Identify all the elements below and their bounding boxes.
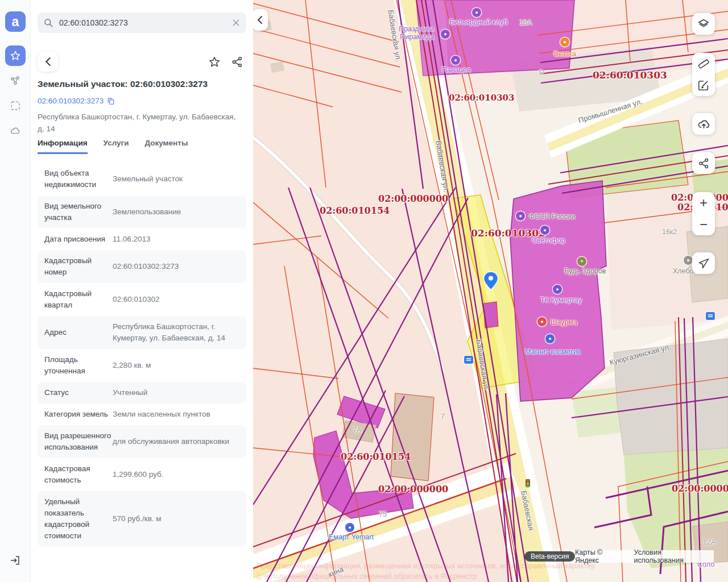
poi-label: Светофор: [532, 236, 565, 244]
pyramid-icon[interactable]: ●: [441, 30, 450, 39]
cadastral-quarter-label: 02:60:010154: [320, 205, 390, 216]
building-number-label: 75: [379, 510, 387, 518]
mall-bag-icon[interactable]: ●: [553, 285, 562, 294]
row-label: Кадастровая стоимость: [44, 463, 111, 486]
poi-label: Бильярдный клуб: [449, 18, 508, 26]
row-value: 11.06.2013: [111, 234, 239, 245]
layers-button[interactable]: [692, 13, 715, 35]
fssp-icon[interactable]: ●: [516, 211, 525, 221]
detail-tabs: Информация Услуги Документы: [38, 139, 188, 154]
poi-label: Праздники Пирамида: [394, 25, 434, 41]
row-value: 1,299,600 руб.: [111, 469, 239, 480]
table-row: Категория земельЗемли населенных пунктов: [38, 404, 246, 425]
attributes-table: Вид объекта недвижимостиЗемельный участо…: [38, 163, 246, 547]
app-logo[interactable]: a: [5, 11, 26, 32]
edit-pencil-icon: [697, 79, 710, 92]
collapse-panel-button[interactable]: [253, 9, 268, 31]
row-value: 570 руб./кв. м: [111, 513, 239, 525]
row-label: Вид земельного участка: [44, 201, 111, 223]
map-share-button[interactable]: [692, 152, 715, 174]
back-button[interactable]: [38, 51, 58, 72]
row-label: Адрес: [44, 327, 111, 338]
tab-services[interactable]: Услуги: [104, 139, 129, 154]
row-value: 2,280 кв. м: [111, 360, 239, 371]
ruler-icon: [697, 57, 710, 70]
yandex-maps-credit[interactable]: Карты © Яндекс: [575, 548, 626, 564]
row-label: Дата присвоения: [44, 234, 111, 245]
map-pin-icon: [483, 271, 499, 290]
disclaimer-watermark-line2: для получения официальных сведений обрат…: [257, 572, 477, 580]
row-label: Кадастровый номер: [44, 255, 111, 278]
cafe-icon[interactable]: ●: [560, 38, 569, 47]
building-number-label: 18А: [519, 19, 532, 27]
street-name-label: Промышленная ул.: [577, 97, 643, 125]
poi-label: Магнит косметик: [525, 348, 580, 356]
transit-stop-icon[interactable]: [464, 356, 473, 364]
sidebar-item-cloud[interactable]: [5, 120, 26, 141]
search-input[interactable]: [58, 18, 231, 28]
cadastral-number-link[interactable]: 02:60:010302:3273: [38, 97, 104, 105]
building-number-label: 7: [441, 413, 445, 421]
poi-label: Панацея: [442, 66, 471, 74]
copy-icon[interactable]: [107, 97, 115, 105]
cloud-upload-icon: [697, 118, 710, 131]
ruler-button[interactable]: [692, 53, 715, 74]
upload-button[interactable]: [692, 113, 715, 135]
shop-bag-icon[interactable]: ●: [540, 226, 549, 235]
cadastral-quarter-label: 02:60:010303: [449, 93, 514, 103]
locate-control: [692, 252, 715, 274]
building-number-label: 16к2: [662, 228, 677, 236]
zoom-out-button[interactable]: −: [692, 214, 715, 235]
favorite-star-button[interactable]: [208, 56, 221, 68]
tab-information[interactable]: Информация: [38, 139, 88, 154]
sidebar-item-geo-objects[interactable]: [5, 70, 26, 91]
row-value: Земли населенных пунктов: [111, 409, 239, 420]
locate-button[interactable]: [692, 252, 715, 274]
dashed-square-icon: [10, 101, 20, 111]
cadastral-quarter-label: 02:60:010303: [593, 69, 667, 81]
row-value: Республика Башкортостан, г. Кумертау, ул…: [111, 321, 239, 344]
transit-stop-icon[interactable]: [706, 312, 715, 320]
map-labels-layer: 02:60:01030302:60:01030302:00:00000002:6…: [253, 0, 728, 582]
food-icon[interactable]: ●: [537, 317, 547, 326]
clear-search-icon[interactable]: [231, 18, 241, 27]
disclaimer-watermark-line1: Представленная информация, размещенная и…: [257, 562, 595, 570]
row-label: Статус: [44, 387, 111, 398]
table-row: Кадастровый номер02:60:010302:3273: [38, 250, 246, 283]
detail-header: [38, 51, 246, 72]
layers-icon: [697, 18, 710, 30]
table-row: АдресРеспублика Башкортостан, г. Кумерта…: [38, 316, 246, 349]
share-button[interactable]: [231, 56, 243, 68]
store-icon[interactable]: ●: [345, 523, 354, 532]
share-control: [692, 152, 715, 174]
share-icon: [698, 157, 710, 169]
zoom-in-label: +: [700, 196, 708, 210]
cadastral-quarter-label: 02:00:00000: [672, 483, 728, 494]
edit-button[interactable]: [692, 74, 715, 96]
zoom-in-button[interactable]: +: [692, 192, 715, 214]
zoom-control: + −: [692, 192, 715, 235]
cadastral-quarter-label: 02:60:010154: [341, 451, 411, 462]
table-row: Вид объекта недвижимостиЗемельный участо…: [38, 163, 246, 196]
map-canvas[interactable]: 02:60:01030302:60:01030302:00:00000002:6…: [253, 0, 728, 582]
bakery-icon[interactable]: ●: [684, 256, 693, 265]
sidebar-item-area-select[interactable]: [5, 95, 26, 116]
pharmacy-cross-icon[interactable]: +: [577, 257, 586, 266]
paw-icon[interactable]: ●: [451, 56, 460, 65]
billiard-icon[interactable]: ●: [472, 8, 481, 17]
sidebar-item-exit[interactable]: [5, 550, 26, 571]
terms-of-use-link[interactable]: Условия использования: [634, 548, 709, 564]
magnit-icon[interactable]: ●: [545, 334, 555, 343]
row-label: Категория земель: [44, 409, 111, 420]
table-row: Кадастровая стоимость1,299,600 руб.: [38, 458, 246, 491]
tab-documents[interactable]: Документы: [145, 139, 188, 154]
beta-badge: Beta-версия: [524, 551, 575, 562]
row-value: 02:60:010302: [111, 294, 239, 305]
poi-label: ТК Кумертау: [540, 296, 582, 304]
measure-edit-control: [692, 53, 715, 96]
exit-icon: [10, 555, 21, 566]
table-row: СтатусУчтенный: [38, 382, 246, 404]
sidebar-item-favorites[interactable]: [5, 45, 26, 66]
info-panel: Земельный участок: 02:60:010302:3273 02:…: [31, 0, 253, 582]
building-number-label: 12А: [703, 538, 715, 546]
